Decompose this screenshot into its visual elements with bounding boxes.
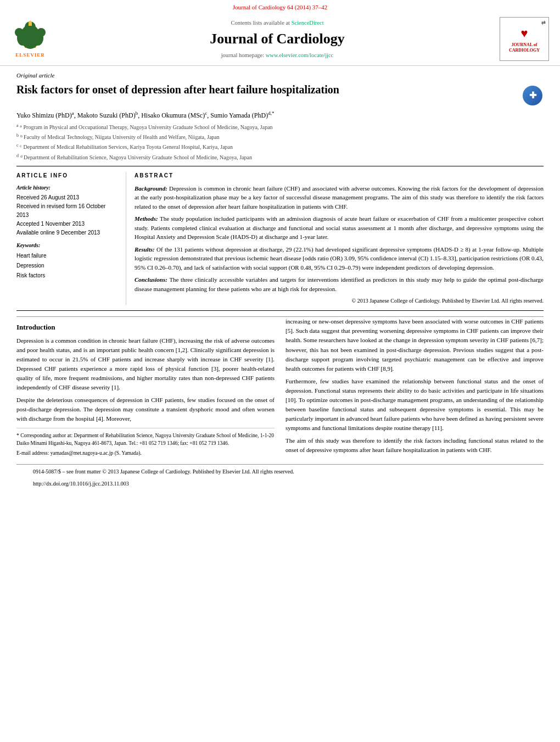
- abstract-results: Results: Of the 131 patients without dep…: [135, 245, 544, 272]
- body-left-col: Introduction Depression is a common cond…: [16, 317, 275, 458]
- article-history-section: Article history: Received 26 August 2013…: [16, 184, 117, 237]
- journal-top-link[interactable]: Journal of Cardiology 64 (2014) 37–42: [233, 4, 328, 10]
- authors-line: Yuko Shimizu (PhD)a, Makoto Suzuki (PhD)…: [16, 110, 544, 120]
- affiliation-c: c ᶜ Department of Medical Rehabilitation…: [16, 142, 544, 151]
- affiliation-d: d ᵈ Department of Rehabilitation Science…: [16, 153, 544, 161]
- methods-label: Methods:: [135, 215, 158, 222]
- article-info-col: ARTICLE INFO Article history: Received 2…: [16, 172, 126, 305]
- article-info-heading: ARTICLE INFO: [16, 172, 117, 180]
- background-text: Depression is common in chronic heart fa…: [135, 185, 544, 210]
- keywords-section: Keywords: Heart failure Depression Risk …: [16, 242, 117, 281]
- journal-logo-box: ⇄ ♥ JOURNAL of CARDIOLOGY: [500, 17, 549, 61]
- journal-title-header: Journal of Cardiology: [55, 29, 500, 49]
- article-title: Risk factors for onset of depression aft…: [16, 82, 516, 97]
- intro-para1: Depression is a common condition in chro…: [16, 336, 275, 423]
- introduction-title: Introduction: [16, 322, 275, 332]
- article-title-row: Risk factors for onset of depression aft…: [16, 82, 544, 107]
- email-label: E-mail address:: [16, 450, 49, 456]
- footnote-star: * Corresponding author at: Department of…: [16, 432, 275, 448]
- body-right-col: increasing or new-onset depressive sympt…: [285, 317, 544, 458]
- keyword-1: Heart failure: [16, 251, 117, 261]
- elsevier-tree-icon: [14, 20, 47, 51]
- homepage-line: journal homepage: www.elsevier.com/locat…: [55, 52, 500, 60]
- received-date: Received 26 August 2013: [16, 193, 117, 202]
- copyright-line: © 2013 Japanese College of Cardiology. P…: [135, 297, 544, 305]
- conclusions-label: Conclusions:: [135, 276, 167, 283]
- conclusions-text: The three clinically accessible variable…: [135, 276, 544, 292]
- elsevier-text: ELSEVIER: [15, 52, 45, 59]
- email-name: (S. Yamada).: [115, 450, 142, 456]
- accepted-date: Accepted 1 November 2013: [16, 220, 117, 228]
- history-label: Article history:: [16, 184, 117, 192]
- footnote-email: E-mail address: yamadas@met.nagoya-u.ac.…: [16, 449, 275, 457]
- svg-point-4: [15, 28, 24, 37]
- page: Journal of Cardiology 64 (2014) 37–42 EL…: [0, 0, 560, 742]
- results-text: Of the 131 patients without depression a…: [135, 246, 544, 271]
- email-link[interactable]: yamadas@met.nagoya-u.ac.jp: [51, 450, 114, 456]
- elsevier-logo: ELSEVIER: [5, 20, 55, 59]
- received-revised-date: Received in revised form 16 October 2013: [16, 202, 117, 220]
- two-col-section: ARTICLE INFO Article history: Received 2…: [16, 166, 544, 311]
- keyword-2: Depression: [16, 261, 117, 271]
- journal-top-bar: Journal of Cardiology 64 (2014) 37–42: [0, 0, 560, 13]
- abstract-heading: ABSTRACT: [135, 172, 544, 180]
- svg-point-5: [37, 28, 46, 37]
- crossmark-badge: ✚: [522, 85, 544, 107]
- affiliations: a ᵃ Program in Physical and Occupational…: [16, 122, 544, 161]
- issn-text: 0914-5087/$ – see front matter © 2013 Ja…: [33, 468, 294, 476]
- doi-link[interactable]: http://dx.doi.org/10.1016/j.jjcc.2013.11…: [33, 481, 129, 487]
- heart-icon: ♥: [520, 25, 528, 42]
- affiliation-b: b ᵇ Faculty of Medical Technology, Niiga…: [16, 132, 544, 141]
- results-label: Results:: [135, 246, 155, 253]
- doi-line: http://dx.doi.org/10.1016/j.jjcc.2013.11…: [16, 479, 544, 491]
- homepage-link[interactable]: www.elsevier.com/locate/jjcc: [266, 52, 334, 58]
- abstract-col: ABSTRACT Background: Depression is commo…: [126, 172, 544, 305]
- keyword-3: Risk factors: [16, 271, 117, 281]
- header-center: Contents lists available at ScienceDirec…: [55, 19, 500, 60]
- intro-para3: increasing or new-onset depressive sympt…: [285, 317, 544, 455]
- body-section: Introduction Depression is a common cond…: [16, 316, 544, 464]
- abstract-conclusions: Conclusions: The three clinically access…: [135, 275, 544, 293]
- abstract-methods: Methods: The study population included p…: [135, 214, 544, 242]
- abstract-text: Background: Depression is common in chro…: [135, 184, 544, 305]
- keywords-label: Keywords:: [16, 242, 117, 249]
- crossmark-icon: ✚: [523, 86, 542, 105]
- abstract-background: Background: Depression is common in chro…: [135, 184, 544, 211]
- methods-text: The study population included participan…: [135, 215, 544, 240]
- article-type: Original article: [16, 71, 544, 80]
- available-date: Available online 9 December 2013: [16, 228, 117, 237]
- background-label: Background:: [135, 185, 167, 192]
- footnote-area: * Corresponding author at: Department of…: [16, 428, 275, 457]
- journal-logo-title: JOURNAL of CARDIOLOGY: [509, 42, 540, 53]
- bottom-bar: 0914-5087/$ – see front matter © 2013 Ja…: [16, 464, 544, 479]
- arrows-icon: ⇄: [541, 19, 546, 26]
- contents-line: Contents lists available at ScienceDirec…: [55, 19, 500, 27]
- article-area: Original article Risk factors for onset …: [0, 66, 560, 496]
- sciencedirect-link[interactable]: ScienceDirect: [292, 20, 324, 26]
- affiliation-a: a ᵃ Program in Physical and Occupational…: [16, 122, 544, 131]
- header-container: ELSEVIER Contents lists available at Sci…: [0, 13, 560, 66]
